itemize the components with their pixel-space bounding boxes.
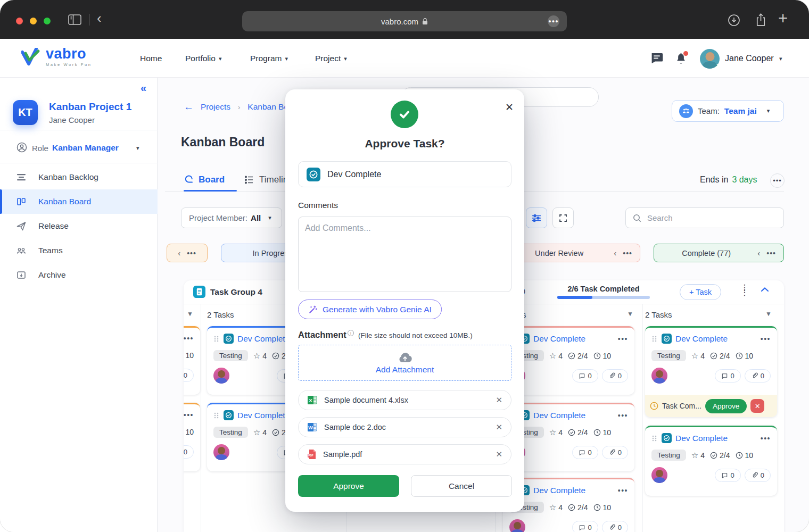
drag-handle-icon[interactable] bbox=[213, 412, 220, 419]
new-tab-icon[interactable]: + bbox=[778, 9, 788, 28]
card-reject-button[interactable]: ✕ bbox=[750, 399, 764, 413]
comments-pill[interactable]: 0 bbox=[572, 446, 598, 459]
add-task-button[interactable]: + Task bbox=[680, 284, 721, 300]
sidebar-item-archive[interactable]: Archive bbox=[0, 263, 158, 287]
nav-portfolio[interactable]: Portfolio▾ bbox=[185, 54, 221, 63]
close-icon[interactable]: ✕ bbox=[505, 101, 514, 113]
team-selector[interactable]: Team: Team jai ▾ bbox=[672, 100, 784, 122]
attachments-pill[interactable]: 0 bbox=[602, 521, 628, 532]
column-menu-icon[interactable]: ••• bbox=[623, 249, 632, 257]
role-value[interactable]: Kanban Manager bbox=[52, 143, 119, 153]
url-options-icon[interactable]: ●●● bbox=[548, 15, 559, 27]
scroll-left-icon[interactable]: ‹ bbox=[178, 248, 180, 257]
scroll-left-icon[interactable]: ‹ bbox=[757, 248, 760, 257]
task-title-link[interactable]: Dev Complete bbox=[533, 411, 614, 420]
card-menu-icon[interactable]: ••• bbox=[761, 335, 771, 343]
column-collapse-icon[interactable]: ▼ bbox=[765, 310, 772, 318]
assignee-avatar[interactable] bbox=[509, 519, 525, 532]
task-title-link[interactable]: Dev Complete bbox=[533, 334, 614, 344]
task-card[interactable]: Dev Complete ••• Testing 10 0 bbox=[184, 326, 200, 395]
drag-handle-icon[interactable] bbox=[213, 336, 220, 342]
url-bar[interactable]: vabro.com ●●● bbox=[242, 11, 567, 31]
comments-pill[interactable]: 0 bbox=[572, 369, 598, 383]
card-menu-icon[interactable]: ••• bbox=[618, 335, 628, 343]
project-name[interactable]: Kanban Project 1 bbox=[49, 101, 131, 113]
attachments-pill[interactable]: 0 bbox=[745, 369, 771, 383]
attachments-pill[interactable]: 0 bbox=[184, 445, 194, 459]
column-menu-icon[interactable]: ••• bbox=[187, 249, 196, 257]
column-collapse-icon[interactable]: ▼ bbox=[187, 310, 193, 318]
task-title-link[interactable]: Dev Complete bbox=[675, 434, 757, 443]
drag-handle-icon[interactable] bbox=[651, 336, 658, 342]
assignee-avatar[interactable] bbox=[213, 444, 229, 460]
remove-file-icon[interactable]: ✕ bbox=[496, 450, 502, 459]
project-badge[interactable]: KT bbox=[13, 100, 38, 125]
task-title-link[interactable]: Dev Complete bbox=[533, 486, 614, 495]
task-card[interactable]: Dev Complete ••• Testing 10 0 bbox=[184, 403, 200, 471]
column-menu-icon[interactable]: ••• bbox=[766, 249, 776, 257]
column-collapse-icon[interactable]: ▼ bbox=[627, 310, 633, 318]
traffic-minimize-button[interactable] bbox=[30, 18, 37, 24]
task-title-link[interactable]: Dev Complete bbox=[675, 334, 757, 344]
sidebar-item-kanban-backlog[interactable]: Kanban Backlog bbox=[0, 165, 158, 189]
sidebar-toggle-icon[interactable] bbox=[68, 14, 81, 25]
column-tab-prev[interactable]: ‹ ••• bbox=[167, 244, 208, 262]
nav-program[interactable]: Program▾ bbox=[250, 54, 288, 63]
sidebar-item-teams[interactable]: Teams bbox=[0, 238, 158, 263]
fullscreen-button[interactable] bbox=[552, 207, 574, 228]
sidebar-collapse-icon[interactable]: « bbox=[141, 82, 146, 94]
back-icon[interactable]: ‹ bbox=[97, 10, 102, 27]
column-tab-complete[interactable]: Complete (77) ‹ ••• bbox=[654, 244, 784, 262]
attachments-pill[interactable]: 0 bbox=[602, 369, 628, 383]
sidebar-item-kanban-board[interactable]: Kanban Board bbox=[0, 189, 158, 214]
nav-project[interactable]: Project▾ bbox=[315, 54, 347, 63]
cancel-button[interactable]: Cancel bbox=[411, 475, 512, 497]
board-search-input[interactable] bbox=[646, 213, 767, 223]
card-menu-icon[interactable]: ••• bbox=[184, 411, 194, 419]
remove-file-icon[interactable]: ✕ bbox=[496, 422, 502, 432]
attachments-pill[interactable]: 0 bbox=[184, 369, 194, 382]
task-card[interactable]: Dev Complete ••• Testing ☆4 2/4 10 0 0 bbox=[645, 426, 777, 496]
sidebar-item-release[interactable]: Release bbox=[0, 214, 158, 238]
nav-home[interactable]: Home bbox=[140, 54, 162, 63]
assignee-avatar[interactable] bbox=[651, 368, 667, 384]
scroll-left-icon[interactable]: ‹ bbox=[614, 248, 616, 257]
remove-file-icon[interactable]: ✕ bbox=[496, 395, 502, 405]
breadcrumb-projects[interactable]: Projects bbox=[201, 102, 230, 112]
group-collapse-icon[interactable] bbox=[761, 287, 769, 292]
comments-pill[interactable]: 0 bbox=[572, 521, 598, 532]
attachments-pill[interactable]: 0 bbox=[602, 446, 628, 459]
comments-pill[interactable]: 0 bbox=[715, 469, 741, 482]
assignee-avatar[interactable] bbox=[213, 368, 229, 384]
user-menu-chevron-icon[interactable]: ▾ bbox=[779, 55, 782, 62]
board-options-icon[interactable]: ••• bbox=[770, 173, 785, 188]
board-search[interactable] bbox=[625, 207, 784, 228]
add-attachment-dropzone[interactable]: Add Attachment bbox=[298, 345, 511, 381]
user-avatar[interactable] bbox=[700, 49, 720, 69]
attachments-pill[interactable]: 0 bbox=[745, 469, 771, 482]
role-chevron-icon[interactable]: ▾ bbox=[136, 145, 139, 152]
card-menu-icon[interactable]: ••• bbox=[761, 434, 771, 443]
approve-button[interactable]: Approve bbox=[298, 475, 399, 497]
comments-textarea[interactable] bbox=[298, 217, 511, 292]
filter-settings-button[interactable] bbox=[526, 207, 547, 228]
assignee-avatar[interactable] bbox=[651, 467, 667, 483]
vabro-logo[interactable]: vabro Make Work Fun bbox=[21, 47, 92, 67]
traffic-zoom-button[interactable] bbox=[44, 18, 51, 24]
feed-icon[interactable] bbox=[650, 53, 663, 64]
downloads-icon[interactable] bbox=[727, 13, 741, 27]
group-menu-icon[interactable]: ⋮⋮ bbox=[740, 285, 749, 295]
share-icon[interactable] bbox=[755, 13, 767, 27]
genie-ai-button[interactable]: Generate with Vabro Genie AI bbox=[298, 300, 442, 319]
tab-board[interactable]: Board bbox=[184, 174, 225, 185]
task-card[interactable]: Dev Complete ••• Testing ☆4 2/4 10 0 0 T… bbox=[645, 326, 777, 417]
breadcrumb-back-icon[interactable]: ← bbox=[184, 101, 194, 113]
card-menu-icon[interactable]: ••• bbox=[184, 334, 194, 343]
card-approve-button[interactable]: Approve bbox=[705, 399, 747, 413]
drag-handle-icon[interactable] bbox=[651, 435, 658, 442]
card-menu-icon[interactable]: ••• bbox=[618, 486, 628, 495]
notifications-bell-icon[interactable] bbox=[675, 52, 687, 64]
project-member-filter[interactable]: Project Member: All ▾ bbox=[181, 207, 282, 228]
traffic-close-button[interactable] bbox=[16, 18, 23, 24]
comments-pill[interactable]: 0 bbox=[715, 369, 741, 383]
